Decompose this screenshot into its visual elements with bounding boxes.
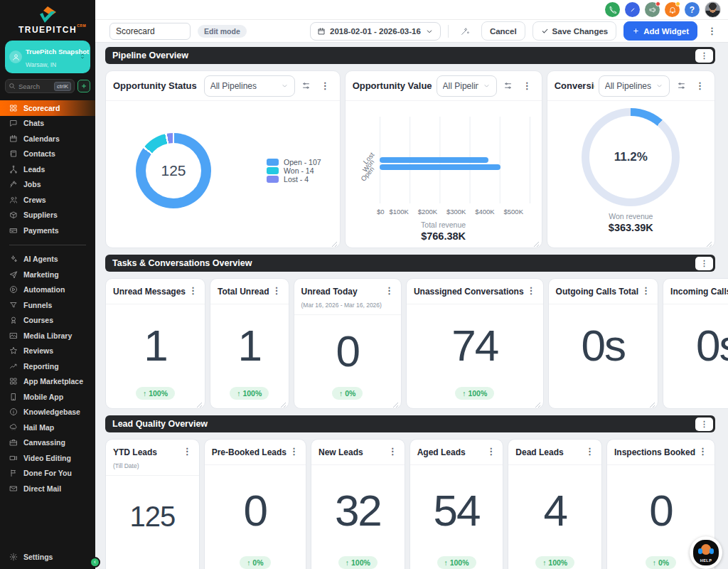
section-menu-button[interactable]: ⋮ — [695, 418, 713, 431]
sidebar-nav-item[interactable]: Contacts — [0, 147, 95, 162]
account-switcher[interactable]: TruePitch Snapshot Warsaw, IN — [5, 41, 90, 73]
pipeline-filter-select[interactable]: All Pipelines — [204, 75, 295, 97]
sidebar-nav-item[interactable]: Marketing — [0, 267, 95, 282]
widget-menu-button[interactable]: ⋮ — [269, 284, 284, 297]
search-box[interactable]: ctrlK — [5, 79, 75, 93]
section-menu-button[interactable]: ⋮ — [695, 49, 713, 63]
sidebar-nav-label: Done For You — [23, 469, 72, 477]
sidebar-nav-item[interactable]: Canvassing — [0, 435, 95, 451]
x-tick-label: $0 — [377, 208, 385, 216]
widget-menu-button[interactable]: ⋮ — [287, 445, 301, 457]
resize-handle[interactable] — [533, 398, 541, 406]
sidebar-nav-item[interactable]: AI Agents — [0, 252, 95, 267]
widget-menu-button[interactable]: ⋮ — [180, 445, 195, 457]
search-shortcut-kbd: ctrlK — [54, 82, 71, 91]
widget-header: New Leads ⋮ — [311, 440, 405, 465]
search-input[interactable] — [18, 83, 51, 90]
delta-badge: ↑ 100% — [230, 387, 269, 400]
sidebar-nav-item[interactable]: Jobs — [0, 177, 95, 193]
date-range-picker[interactable]: 2018-02-01 - 2026-03-16 — [310, 22, 441, 41]
notifications-icon[interactable] — [665, 2, 680, 17]
sidebar-nav-item[interactable]: Video Editing — [0, 450, 95, 466]
pipeline-filter-select[interactable]: All Pipelines — [437, 75, 497, 97]
widget-menu-button[interactable]: ⋮ — [638, 284, 653, 297]
widget-menu-button[interactable]: ⋮ — [695, 445, 710, 457]
sidebar-nav-label: Direct Mail — [23, 484, 61, 493]
resize-handle[interactable] — [705, 238, 712, 245]
legend-label: Lost - 4 — [284, 175, 309, 184]
widget-menu-button[interactable]: ⋮ — [318, 80, 333, 92]
resize-handle[interactable] — [532, 238, 540, 245]
call-icon[interactable] — [605, 2, 620, 17]
sidebar-nav-item[interactable]: Payments — [0, 223, 95, 238]
magic-wand-button[interactable] — [456, 22, 474, 41]
filter-sliders-button[interactable] — [299, 79, 314, 93]
help-button[interactable]: HELP — [690, 536, 722, 569]
widget-menu-button[interactable]: ⋮ — [385, 445, 400, 457]
help-icon[interactable]: ? — [685, 2, 700, 17]
widget-menu-button[interactable]: ⋮ — [692, 80, 707, 92]
shortcuts-icon[interactable] — [625, 2, 640, 17]
sidebar-nav-item[interactable]: Direct Mail — [0, 481, 95, 496]
widget-menu-button[interactable]: ⋮ — [524, 284, 539, 297]
widget-menu-button[interactable]: ⋮ — [520, 80, 535, 92]
announcements-icon[interactable] — [645, 2, 660, 17]
resize-handle[interactable] — [279, 398, 287, 406]
save-changes-button[interactable]: Save Changes — [532, 21, 617, 41]
quick-add-button[interactable] — [77, 80, 90, 92]
sidebar-nav-item[interactable]: Knowledgebase — [0, 405, 95, 420]
x-tick-label: $200K — [418, 208, 437, 216]
play-icon — [9, 285, 18, 294]
sidebar-nav-item[interactable]: Funnels — [0, 297, 95, 313]
stat-body: 0s — [549, 304, 658, 387]
widget-menu-button[interactable]: ⋮ — [186, 284, 200, 297]
widget-header: Unassigned Conversations ⋮ — [407, 279, 543, 304]
section-title: Pipeline Overview — [112, 50, 188, 60]
section-pipeline-overview: Pipeline Overview ⋮ Opportunity Status A… — [105, 47, 715, 248]
sidebar-nav-item[interactable]: Reviews — [0, 344, 95, 359]
sidebar-nav-item[interactable]: Suppliers — [0, 208, 95, 223]
sidebar-nav-item[interactable]: Crews — [0, 192, 95, 208]
sidebar-nav-item[interactable]: App Marketplace — [0, 374, 95, 390]
widget-menu-button[interactable]: ⋮ — [483, 445, 498, 457]
sidebar-nav-item[interactable]: Mobile App — [0, 389, 95, 405]
stat-delta-wrap: ↑ 0% — [294, 387, 401, 408]
cloud-icon — [9, 423, 18, 432]
bell-icon — [668, 6, 677, 14]
sidebar-nav-item[interactable]: Leads — [0, 161, 95, 177]
section-title: Tasks & Conversations Overview — [112, 258, 252, 268]
filter-sliders-button[interactable] — [501, 79, 515, 93]
sidebar-nav-item[interactable]: Hail Map — [0, 420, 95, 435]
resize-handle[interactable] — [648, 398, 655, 406]
widget-menu-button[interactable]: ⋮ — [382, 284, 397, 297]
sidebar-nav-item[interactable]: Courses — [0, 313, 95, 329]
add-widget-button[interactable]: Add Widget — [623, 21, 697, 41]
sidebar-nav-item[interactable]: Media Library — [0, 328, 95, 344]
resize-handle[interactable] — [195, 398, 203, 406]
sidebar-nav-item[interactable]: Done For You — [0, 466, 95, 482]
x-tick-label: $500K — [504, 208, 523, 216]
sidebar-collapse-button[interactable]: ‹ — [90, 557, 100, 568]
widget-menu-button[interactable]: ⋮ — [582, 445, 597, 457]
toolbar-menu-button[interactable]: ⋮ — [705, 25, 719, 37]
pipeline-filter-select[interactable]: All Pipelines — [599, 75, 670, 97]
sidebar-nav-item[interactable]: Reporting — [0, 358, 95, 374]
sidebar-nav-item[interactable]: Scorecard — [0, 100, 95, 116]
sidebar-item-settings[interactable]: Settings — [0, 550, 95, 565]
board-name-input[interactable] — [109, 23, 191, 40]
user-avatar[interactable] — [705, 1, 721, 18]
sidebar-nav-item[interactable]: Automation — [0, 282, 95, 298]
flag-icon — [9, 469, 18, 477]
trend-icon — [9, 362, 18, 371]
filter-sliders-button[interactable] — [674, 79, 688, 93]
widget-header: Incoming Calls Total ⋮ — [663, 279, 728, 304]
resize-handle[interactable] — [330, 238, 338, 245]
widget-header: Opportunity Status All Pipelines ⋮ — [106, 71, 340, 101]
sidebar-nav-item[interactable]: Calendars — [0, 131, 95, 147]
stat-value: 0 — [649, 489, 672, 533]
cancel-button[interactable]: Cancel — [481, 21, 525, 41]
section-menu-button[interactable]: ⋮ — [695, 257, 713, 270]
resize-handle[interactable] — [391, 398, 399, 406]
sidebar-nav-item[interactable]: Chats — [0, 116, 95, 132]
x-tick-label: $300K — [446, 208, 466, 216]
